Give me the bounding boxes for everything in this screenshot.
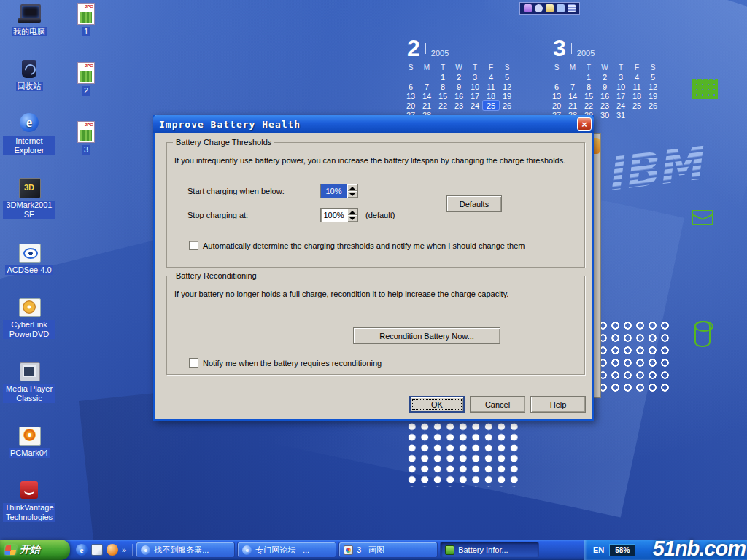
close-icon: × (581, 120, 587, 129)
calendar-day: 17 (613, 91, 629, 101)
cancel-button[interactable]: Cancel (470, 396, 525, 413)
tray-toolbar-icon[interactable] (535, 4, 543, 12)
taskbar-window-button[interactable]: 找不到服务器... (136, 542, 235, 558)
green-cylinder-icon (694, 321, 711, 347)
calendar-day: 8 (581, 82, 597, 91)
checkbox-label: Notify me when the battery requires reco… (203, 359, 382, 368)
task-window-label: 找不到服务器... (154, 545, 209, 556)
spin-down-button[interactable] (347, 191, 357, 198)
calendar-day: 3 (467, 72, 483, 82)
jpg-file-image (77, 121, 95, 143)
dialog-titlebar[interactable]: Improve Battery Health × (153, 115, 594, 133)
desktop-icon-label: CyberLink PowerDVD (3, 320, 55, 339)
jpg-file-icon[interactable]: 3 (66, 121, 107, 155)
desktop-icon-image (16, 479, 42, 501)
calendar-day: 11 (483, 82, 499, 91)
tray-toolbar-icon[interactable] (524, 4, 532, 12)
jpg-file-icon[interactable]: 1 (66, 3, 107, 36)
taskbar: 开始 » 找不到服务器... 专门网论坛 - ... (0, 540, 747, 560)
task-window-icon (344, 545, 353, 555)
spin-up-button[interactable] (347, 209, 357, 215)
start-threshold-spinner[interactable]: 10% (320, 184, 358, 198)
show-desktop-icon[interactable] (91, 544, 103, 556)
checkbox-box[interactable] (189, 241, 198, 250)
group-description: If your battery no longer holds a full c… (174, 289, 508, 298)
desktop-icon-label: 3DMark2001 SE (3, 201, 55, 219)
quicklaunch-expand-icon[interactable]: » (122, 545, 126, 554)
calendar-divider (425, 43, 426, 54)
calendar-day: 2 (451, 72, 467, 82)
battery-indicator[interactable]: 58% (609, 544, 635, 556)
calendar-day: 8 (435, 82, 451, 91)
close-button[interactable]: × (577, 117, 592, 131)
calendar-divider (571, 43, 572, 54)
calendar-day-header: W (451, 63, 467, 72)
stop-threshold-value[interactable]: 100% (321, 209, 347, 222)
desktop-icon[interactable]: ACDSee 4.0 (3, 241, 55, 275)
tray-toolbar-icon[interactable] (568, 4, 576, 12)
calendar-day: 12 (499, 82, 515, 91)
calendar-day: 26 (499, 101, 515, 110)
recondition-battery-button[interactable]: Recondition Battery Now... (353, 327, 500, 344)
calendar-day: 15 (581, 91, 597, 101)
media-player-icon[interactable] (107, 544, 118, 556)
desktop: IBM 2 2005 SMTWTFS1234567891011121314151… (0, 0, 747, 560)
calendar-day: 23 (451, 101, 467, 110)
notify-reconditioning-checkbox[interactable]: Notify me when the battery requires reco… (189, 358, 382, 368)
spin-down-button[interactable] (347, 215, 357, 222)
desktop-icon-label: 回收站 (16, 82, 43, 91)
task-window-icon (141, 545, 150, 555)
floating-tray-toolbar[interactable] (519, 2, 580, 15)
calendar-day: 13 (403, 91, 419, 101)
ok-button[interactable]: OK (409, 396, 465, 413)
calendar-day: 2 (597, 72, 613, 82)
calendar-day-header: S (499, 63, 515, 72)
desktop-icon[interactable]: 我的电脑 (3, 3, 55, 36)
language-indicator[interactable]: EN (593, 545, 604, 554)
start-charging-label: Start charging when below: (187, 187, 285, 195)
ie-quicklaunch-icon[interactable] (76, 544, 88, 556)
taskbar-window-button[interactable]: Battery Infor... (440, 542, 539, 558)
task-window-label: 3 - 画图 (357, 545, 384, 556)
desktop-icon[interactable]: 回收站 (3, 58, 55, 91)
calendar-day-header: S (549, 63, 565, 72)
auto-determine-checkbox[interactable]: Automatically determine the charging thr… (189, 241, 525, 250)
calendar-day: 4 (483, 72, 499, 82)
calendar-day-header: T (613, 63, 629, 72)
taskbar-window-button[interactable]: 3 - 画图 (338, 542, 438, 558)
calendar-day: 25 (483, 101, 499, 110)
desktop-icon[interactable]: ThinkVantage Technologies (3, 479, 55, 522)
desktop-icon[interactable]: Internet Explorer (3, 112, 55, 155)
stop-threshold-spinner[interactable]: 100% (320, 208, 358, 222)
desktop-icon[interactable]: CyberLink PowerDVD (3, 296, 55, 339)
calendar-day: 4 (629, 72, 645, 82)
desktop-icon-image (16, 58, 42, 79)
start-button[interactable]: 开始 (0, 540, 70, 560)
desktop-icon[interactable]: PCMark04 (3, 424, 55, 458)
calendar-day-header: M (419, 63, 435, 72)
calendar-day: 9 (597, 82, 613, 91)
calendar-day: 15 (435, 91, 451, 101)
spin-up-button[interactable] (347, 184, 357, 191)
calendar-day: 10 (467, 82, 483, 91)
start-threshold-value[interactable]: 10% (321, 184, 347, 198)
jpg-file-icon[interactable]: 2 (66, 62, 107, 96)
calendar-day: 16 (451, 91, 467, 101)
checkbox-box[interactable] (189, 358, 198, 368)
tray-toolbar-icon[interactable] (546, 4, 554, 12)
calendar-day: 5 (499, 72, 515, 82)
calendar-day: 7 (565, 82, 581, 91)
tray-toolbar-icon[interactable] (557, 4, 565, 12)
help-button[interactable]: Help (530, 396, 586, 413)
defaults-button[interactable]: Defaults (446, 195, 502, 212)
calendar-day: 14 (419, 91, 435, 101)
calendar-month-number: 3 (553, 36, 566, 60)
jpg-file-image (77, 3, 95, 25)
desktop-icon[interactable]: 3DMark2001 SE (3, 176, 55, 219)
desktop-icons: 我的电脑 回收站 Internet Explorer 3DMark2001 SE… (3, 3, 55, 522)
calendar-day-header: S (403, 63, 419, 72)
calendar-year: 2005 (577, 49, 595, 58)
taskbar-window-button[interactable]: 专门网论坛 - ... (237, 542, 336, 558)
desktop-icon[interactable]: Media Player Classic (3, 360, 55, 403)
calendar-day: 12 (645, 82, 661, 91)
